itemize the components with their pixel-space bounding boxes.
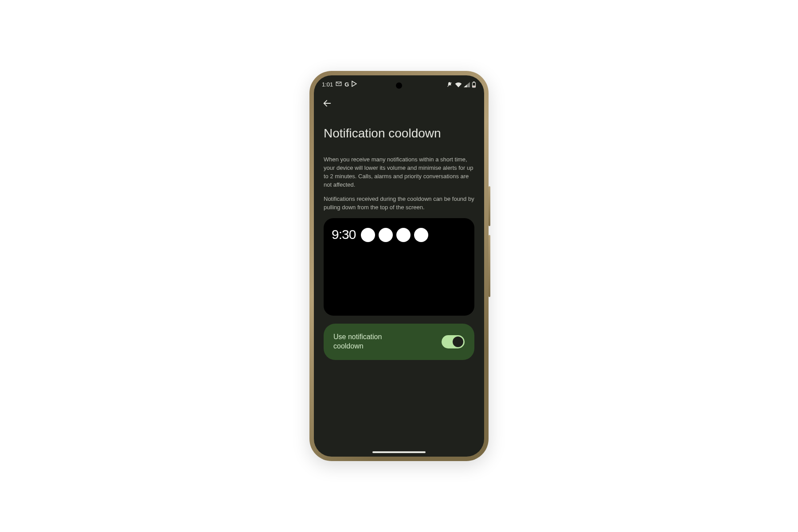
svg-rect-3 [473,86,475,86]
gesture-nav-bar[interactable] [372,451,426,453]
notification-dot-icon [396,228,411,242]
camera-hole [396,82,402,89]
switch-thumb-icon [453,336,463,347]
description-primary: When you receive many notifications with… [324,156,474,189]
app-bar [314,90,484,110]
vibrate-icon [446,82,453,88]
page-title: Notification cooldown [324,126,474,141]
status-bar-left: 1:01 G [322,81,357,88]
preview-time: 9:30 [332,227,356,242]
back-button[interactable] [320,96,334,110]
phone-screen: 1:01 G [314,75,484,457]
signal-icon [464,82,470,87]
cooldown-switch[interactable] [442,335,465,348]
cooldown-preview-card: 9:30 [324,218,474,316]
battery-icon [472,82,476,88]
status-bar-right [446,82,476,88]
arrow-back-icon [322,98,332,108]
toggle-label: Use notification cooldown [333,332,409,351]
notification-dot-icon [379,228,393,242]
notification-dots [361,228,428,242]
wifi-icon [455,82,462,87]
google-g-icon: G [344,81,349,88]
status-time: 1:01 [322,81,333,88]
cooldown-toggle-row[interactable]: Use notification cooldown [324,324,474,360]
svg-rect-2 [473,82,475,82]
page-content: Notification cooldown When you receive m… [314,110,484,360]
play-icon [352,81,357,88]
notification-dot-icon [414,228,428,242]
phone-frame: 1:01 G [309,71,489,461]
gmail-icon [336,81,342,88]
description-secondary: Notifications received during the cooldo… [324,195,474,212]
notification-dot-icon [361,228,375,242]
